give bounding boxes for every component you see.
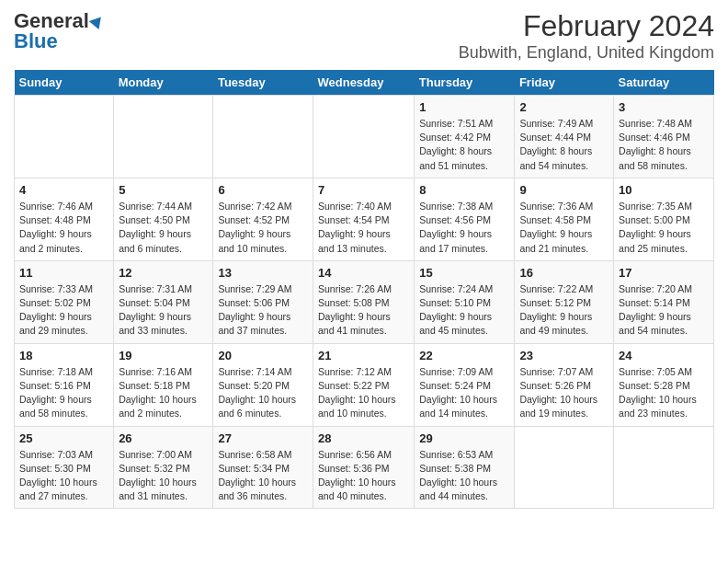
day-number: 21 (318, 349, 409, 362)
day-info: Sunrise: 7:24 AM Sunset: 5:10 PM Dayligh… (419, 282, 509, 339)
header: General Blue February 2024 Bubwith, Engl… (14, 9, 714, 63)
day-number: 8 (419, 183, 509, 197)
calendar-cell: 27Sunrise: 6:58 AM Sunset: 5:34 PM Dayli… (213, 426, 313, 509)
calendar-cell: 9Sunrise: 7:36 AM Sunset: 4:58 PM Daylig… (515, 178, 614, 260)
day-number: 18 (19, 349, 108, 362)
day-number: 2 (519, 100, 609, 114)
calendar-cell: 1Sunrise: 7:51 AM Sunset: 4:42 PM Daylig… (415, 96, 515, 178)
day-number: 25 (19, 431, 108, 445)
calendar-week-5: 25Sunrise: 7:03 AM Sunset: 5:30 PM Dayli… (15, 426, 714, 509)
calendar-cell (213, 96, 313, 178)
calendar-cell: 5Sunrise: 7:44 AM Sunset: 4:50 PM Daylig… (114, 178, 213, 260)
weekday-header-monday: Monday (114, 70, 213, 96)
calendar-cell: 22Sunrise: 7:09 AM Sunset: 5:24 PM Dayli… (415, 343, 515, 426)
day-number: 27 (218, 431, 308, 445)
calendar-cell: 4Sunrise: 7:46 AM Sunset: 4:48 PM Daylig… (15, 178, 114, 260)
calendar-body: 1Sunrise: 7:51 AM Sunset: 4:42 PM Daylig… (15, 96, 714, 509)
day-number: 6 (218, 183, 308, 197)
subtitle: Bubwith, England, United Kingdom (459, 43, 714, 63)
calendar-cell: 8Sunrise: 7:38 AM Sunset: 4:56 PM Daylig… (415, 178, 515, 260)
calendar-cell: 12Sunrise: 7:31 AM Sunset: 5:04 PM Dayli… (114, 260, 213, 343)
day-info: Sunrise: 7:12 AM Sunset: 5:22 PM Dayligh… (318, 365, 409, 421)
day-info: Sunrise: 7:00 AM Sunset: 5:32 PM Dayligh… (119, 448, 208, 504)
calendar-cell: 16Sunrise: 7:22 AM Sunset: 5:12 PM Dayli… (515, 260, 614, 343)
calendar-cell: 10Sunrise: 7:35 AM Sunset: 5:00 PM Dayli… (614, 178, 714, 260)
day-number: 1 (419, 100, 509, 114)
day-number: 16 (519, 266, 609, 280)
day-info: Sunrise: 7:18 AM Sunset: 5:16 PM Dayligh… (19, 365, 108, 421)
day-info: Sunrise: 7:22 AM Sunset: 5:12 PM Dayligh… (519, 282, 609, 339)
calendar-cell: 19Sunrise: 7:16 AM Sunset: 5:18 PM Dayli… (114, 343, 213, 426)
calendar-week-3: 11Sunrise: 7:33 AM Sunset: 5:02 PM Dayli… (15, 260, 714, 343)
calendar-cell: 24Sunrise: 7:05 AM Sunset: 5:28 PM Dayli… (614, 343, 714, 426)
day-number: 3 (619, 100, 709, 114)
day-info: Sunrise: 6:56 AM Sunset: 5:36 PM Dayligh… (318, 448, 409, 504)
calendar-cell: 13Sunrise: 7:29 AM Sunset: 5:06 PM Dayli… (213, 260, 313, 343)
day-number: 12 (119, 266, 208, 280)
calendar-cell: 20Sunrise: 7:14 AM Sunset: 5:20 PM Dayli… (213, 343, 313, 426)
day-info: Sunrise: 7:05 AM Sunset: 5:28 PM Dayligh… (619, 365, 709, 421)
day-info: Sunrise: 7:51 AM Sunset: 4:42 PM Dayligh… (419, 117, 509, 173)
day-number: 24 (619, 349, 709, 362)
day-info: Sunrise: 7:16 AM Sunset: 5:18 PM Dayligh… (119, 365, 208, 421)
day-info: Sunrise: 7:31 AM Sunset: 5:04 PM Dayligh… (119, 282, 208, 339)
calendar-cell: 21Sunrise: 7:12 AM Sunset: 5:22 PM Dayli… (313, 343, 414, 426)
calendar-cell: 2Sunrise: 7:49 AM Sunset: 4:44 PM Daylig… (515, 96, 614, 178)
calendar-cell (15, 96, 114, 178)
day-number: 29 (419, 431, 509, 445)
day-info: Sunrise: 6:53 AM Sunset: 5:38 PM Dayligh… (419, 448, 509, 504)
calendar-cell: 18Sunrise: 7:18 AM Sunset: 5:16 PM Dayli… (15, 343, 114, 426)
day-info: Sunrise: 7:07 AM Sunset: 5:26 PM Dayligh… (519, 365, 609, 421)
calendar-cell: 14Sunrise: 7:26 AM Sunset: 5:08 PM Dayli… (313, 260, 414, 343)
calendar-cell: 25Sunrise: 7:03 AM Sunset: 5:30 PM Dayli… (15, 426, 114, 509)
logo-triangle-icon (89, 13, 106, 29)
day-info: Sunrise: 7:38 AM Sunset: 4:56 PM Dayligh… (419, 200, 509, 256)
day-info: Sunrise: 7:36 AM Sunset: 4:58 PM Dayligh… (519, 200, 609, 256)
day-number: 14 (318, 266, 409, 280)
day-info: Sunrise: 7:14 AM Sunset: 5:20 PM Dayligh… (218, 365, 308, 421)
calendar-header: SundayMondayTuesdayWednesdayThursdayFrid… (15, 70, 714, 96)
day-number: 7 (318, 183, 409, 197)
day-number: 10 (619, 183, 709, 197)
day-info: Sunrise: 7:40 AM Sunset: 4:54 PM Dayligh… (318, 200, 409, 256)
day-number: 5 (119, 183, 208, 197)
day-info: Sunrise: 7:35 AM Sunset: 5:00 PM Dayligh… (619, 200, 709, 256)
day-info: Sunrise: 7:33 AM Sunset: 5:02 PM Dayligh… (19, 282, 108, 339)
day-info: Sunrise: 7:48 AM Sunset: 4:46 PM Dayligh… (619, 117, 709, 173)
calendar-cell: 29Sunrise: 6:53 AM Sunset: 5:38 PM Dayli… (415, 426, 515, 509)
day-number: 13 (218, 266, 308, 280)
calendar-cell (313, 96, 414, 178)
day-number: 9 (519, 183, 609, 197)
calendar-week-1: 1Sunrise: 7:51 AM Sunset: 4:42 PM Daylig… (15, 96, 714, 178)
day-info: Sunrise: 7:44 AM Sunset: 4:50 PM Dayligh… (119, 200, 208, 256)
day-info: Sunrise: 7:42 AM Sunset: 4:52 PM Dayligh… (218, 200, 308, 256)
title-area: February 2024 Bubwith, England, United K… (459, 9, 714, 63)
calendar-cell (515, 426, 614, 509)
calendar-cell: 6Sunrise: 7:42 AM Sunset: 4:52 PM Daylig… (213, 178, 313, 260)
calendar-week-2: 4Sunrise: 7:46 AM Sunset: 4:48 PM Daylig… (15, 178, 714, 260)
day-info: Sunrise: 7:26 AM Sunset: 5:08 PM Dayligh… (318, 282, 409, 339)
calendar-cell (114, 96, 213, 178)
calendar-cell: 28Sunrise: 6:56 AM Sunset: 5:36 PM Dayli… (313, 426, 414, 509)
calendar-cell: 3Sunrise: 7:48 AM Sunset: 4:46 PM Daylig… (614, 96, 714, 178)
day-number: 17 (619, 266, 709, 280)
weekday-header-tuesday: Tuesday (213, 70, 313, 96)
day-number: 19 (119, 349, 208, 362)
weekday-header-thursday: Thursday (415, 70, 515, 96)
calendar-cell (614, 426, 714, 509)
calendar-cell: 11Sunrise: 7:33 AM Sunset: 5:02 PM Dayli… (15, 260, 114, 343)
day-number: 20 (218, 349, 308, 362)
main-title: February 2024 (459, 9, 714, 43)
day-number: 15 (419, 266, 509, 280)
calendar-week-4: 18Sunrise: 7:18 AM Sunset: 5:16 PM Dayli… (15, 343, 714, 426)
day-number: 28 (318, 431, 409, 445)
weekday-header-saturday: Saturday (614, 70, 714, 96)
day-number: 11 (19, 266, 108, 280)
day-info: Sunrise: 7:46 AM Sunset: 4:48 PM Dayligh… (19, 200, 108, 256)
logo-blue: Blue (14, 29, 58, 53)
day-number: 26 (119, 431, 208, 445)
weekday-header-friday: Friday (515, 70, 614, 96)
calendar-table: SundayMondayTuesdayWednesdayThursdayFrid… (14, 70, 714, 509)
weekday-header-sunday: Sunday (15, 70, 114, 96)
day-info: Sunrise: 7:29 AM Sunset: 5:06 PM Dayligh… (218, 282, 308, 339)
